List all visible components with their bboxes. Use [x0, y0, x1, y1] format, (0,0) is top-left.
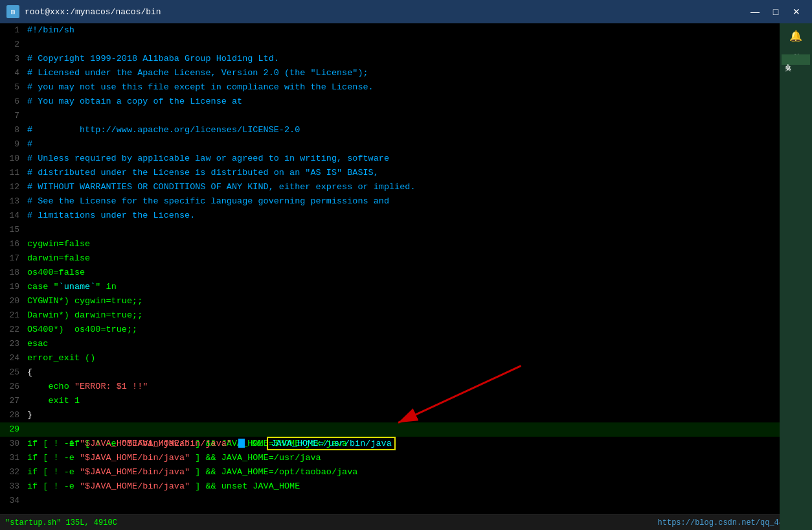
side-label-1: 膝 [791, 48, 800, 49]
code-line: 11 # distributed under the License is di… [0, 166, 812, 180]
status-left: "startup.sh" 135L, 4910C [5, 518, 117, 527]
code-line: 17 darwin=false [0, 251, 812, 266]
status-bar: "startup.sh" 135L, 4910C https://blog.cs… [0, 514, 812, 530]
code-line: 23 esac [0, 337, 812, 351]
title-bar: ⊞ root@xxx:/mynacos/nacos/bin — □ ✕ [0, 0, 812, 23]
code-line: 26 echo "ERROR: $1 !!" [0, 380, 812, 394]
code-line: 14 # limitations under the License. [0, 209, 812, 223]
side-panel: 🔔 膝 仓央 [780, 23, 812, 530]
code-editor: 1 #!/bin/sh 2 3 # Copyright 1999-2018 Al… [0, 23, 812, 514]
code-line: 28 } [0, 408, 812, 422]
app-icon: ⊞ [6, 5, 19, 18]
code-line: 34 [0, 494, 812, 508]
maximize-button[interactable]: □ [767, 5, 785, 18]
code-line: 22 OS400*) os400=true;; [0, 323, 812, 337]
window-controls[interactable]: — □ ✕ [746, 5, 806, 18]
code-line: 4 # Licensed under the Apache License, V… [0, 66, 812, 80]
window-title: root@xxx:/mynacos/nacos/bin [25, 7, 161, 17]
code-line: 13 # See the License for the specific la… [0, 194, 812, 209]
code-line: 3 # Copyright 1999-2018 Alibaba Group Ho… [0, 52, 812, 66]
code-line-29: 29 if [ ! -e "$JAVA_HOME/bin/java" && JA… [0, 422, 812, 437]
code-line: 5 # you may not use this file except in … [0, 80, 812, 95]
code-line: 9 # [0, 137, 812, 152]
code-line: 15 [0, 223, 812, 237]
code-line: 2 [0, 38, 812, 52]
code-line: 33 if [ ! -e "$JAVA_HOME/bin/java" ] && … [0, 479, 812, 494]
code-line: 1 #!/bin/sh [0, 23, 812, 38]
code-line: 6 # You may obtain a copy of the License… [0, 95, 812, 109]
title-bar-left: ⊞ root@xxx:/mynacos/nacos/bin [6, 5, 161, 18]
code-line: 20 CYGWIN*) cygwin=true;; [0, 294, 812, 308]
code-line: 32 if [ ! -e "$JAVA_HOME/bin/java" ] && … [0, 465, 812, 479]
code-content: 1 #!/bin/sh 2 3 # Copyright 1999-2018 Al… [0, 23, 812, 508]
code-line: 16 cygwin=false [0, 237, 812, 251]
code-line: 27 exit 1 [0, 394, 812, 408]
minimize-button[interactable]: — [746, 5, 764, 18]
code-line: 18 os400=false [0, 266, 812, 280]
code-line: 7 [0, 109, 812, 123]
close-button[interactable]: ✕ [787, 5, 806, 18]
code-line: 12 # WITHOUT WARRANTIES OR CONDITIONS OF… [0, 180, 812, 194]
code-line: 19 case "`uname`" in [0, 280, 812, 294]
side-panel-button[interactable]: 仓央 [782, 54, 810, 65]
code-line: 21 Darwin*) darwin=true;; [0, 308, 812, 323]
notification-bell-icon[interactable]: 🔔 [789, 30, 802, 43]
code-line: 24 error_exit () [0, 351, 812, 365]
code-line: 25 { [0, 365, 812, 380]
code-line: 8 # http://www.apache.org/licenses/LICEN… [0, 123, 812, 137]
code-line: 10 # Unless required by applicable law o… [0, 152, 812, 166]
